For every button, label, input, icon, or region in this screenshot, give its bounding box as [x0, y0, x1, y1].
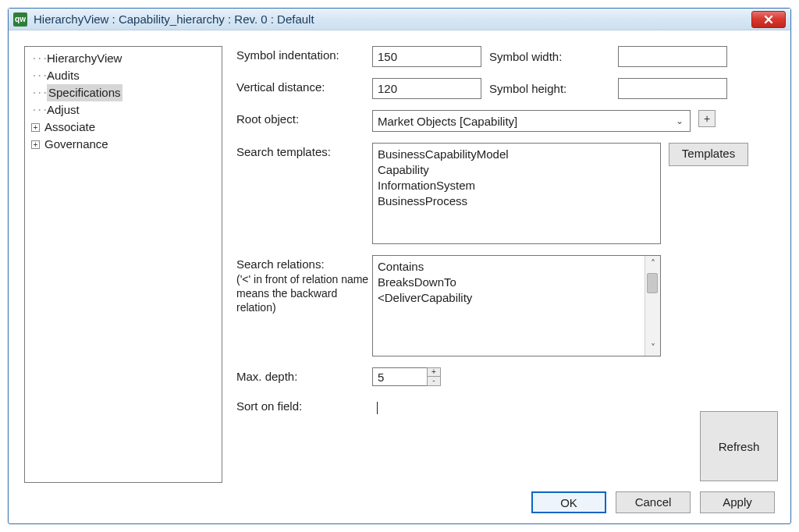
- symbol-width-input[interactable]: [618, 46, 727, 67]
- tree-item-associate[interactable]: +Associate: [30, 119, 222, 136]
- scroll-down-icon[interactable]: ˅: [645, 340, 660, 356]
- dialog-footer: OK Cancel Apply: [9, 491, 790, 523]
- label-search-templates: Search templates:: [236, 143, 372, 158]
- label-max-depth: Max. depth:: [236, 367, 372, 383]
- tree-item-specifications[interactable]: ····Specifications: [30, 84, 222, 101]
- max-depth-input[interactable]: [372, 367, 427, 386]
- expand-icon[interactable]: +: [31, 140, 40, 149]
- list-item[interactable]: Contains: [378, 259, 640, 275]
- list-item[interactable]: BusinessCapabilityModel: [378, 147, 655, 162]
- max-depth-spinner[interactable]: + -: [372, 367, 441, 386]
- list-item[interactable]: Capability: [378, 162, 655, 178]
- nav-tree[interactable]: ····HierarchyView ····Audits ····Specifi…: [24, 46, 222, 483]
- ok-button[interactable]: OK: [531, 491, 606, 513]
- expand-icon[interactable]: +: [31, 123, 40, 132]
- cancel-button[interactable]: Cancel: [616, 491, 691, 513]
- close-button[interactable]: [751, 11, 786, 28]
- list-item[interactable]: BreaksDownTo: [378, 275, 640, 290]
- spin-down-button[interactable]: -: [427, 377, 441, 386]
- titlebar[interactable]: qw HierarchyView : Capability_hierarchy …: [9, 9, 790, 30]
- symbol-indentation-input[interactable]: [372, 46, 481, 67]
- tree-item-audits[interactable]: ····Audits: [30, 67, 222, 84]
- label-root-object: Root object:: [236, 110, 372, 126]
- tree-item-adjust[interactable]: ····Adjust: [30, 101, 222, 119]
- refresh-button[interactable]: Refresh: [700, 411, 778, 481]
- close-icon: [763, 14, 774, 25]
- search-templates-list[interactable]: BusinessCapabilityModel Capability Infor…: [372, 143, 661, 244]
- root-object-selected: Market Objects [Capability]: [378, 115, 517, 128]
- label-search-relations: Search relations: ('<' in front of relat…: [236, 255, 372, 314]
- vertical-distance-input[interactable]: [372, 78, 481, 99]
- symbol-height-input[interactable]: [618, 78, 727, 99]
- templates-button[interactable]: Templates: [669, 143, 748, 166]
- root-object-select[interactable]: Market Objects [Capability] ⌄: [372, 110, 691, 132]
- app-icon: qw: [13, 12, 27, 27]
- search-relations-hint: ('<' in front of relation name means the…: [236, 272, 372, 314]
- label-symbol-height: Symbol height:: [489, 82, 587, 95]
- search-relations-list[interactable]: Contains BreaksDownTo <DeliverCapability…: [372, 255, 661, 356]
- scroll-thumb[interactable]: [647, 273, 658, 293]
- label-symbol-width: Symbol width:: [489, 50, 587, 63]
- label-symbol-indentation: Symbol indentation:: [236, 46, 372, 62]
- add-root-object-button[interactable]: +: [698, 110, 716, 127]
- tree-item-governance[interactable]: +Governance: [30, 136, 222, 153]
- text-cursor: [377, 402, 378, 414]
- chevron-down-icon: ⌄: [674, 115, 685, 126]
- scrollbar[interactable]: ˄ ˅: [645, 256, 660, 356]
- sort-on-field-input[interactable]: [372, 397, 661, 418]
- dialog-window: qw HierarchyView : Capability_hierarchy …: [8, 8, 791, 524]
- form-panel: Symbol indentation: Symbol width: Vertic…: [236, 46, 778, 483]
- tree-item-hierarchyview[interactable]: ····HierarchyView: [30, 50, 222, 67]
- list-item[interactable]: InformationSystem: [378, 178, 655, 193]
- label-vertical-distance: Vertical distance:: [236, 78, 372, 94]
- list-item[interactable]: <DeliverCapability: [378, 290, 640, 306]
- list-item[interactable]: BusinessProcess: [378, 193, 655, 209]
- label-sort-on-field: Sort on field:: [236, 397, 372, 413]
- apply-button[interactable]: Apply: [700, 491, 775, 513]
- window-title: HierarchyView : Capability_hierarchy : R…: [34, 12, 745, 26]
- scroll-up-icon[interactable]: ˄: [645, 256, 660, 271]
